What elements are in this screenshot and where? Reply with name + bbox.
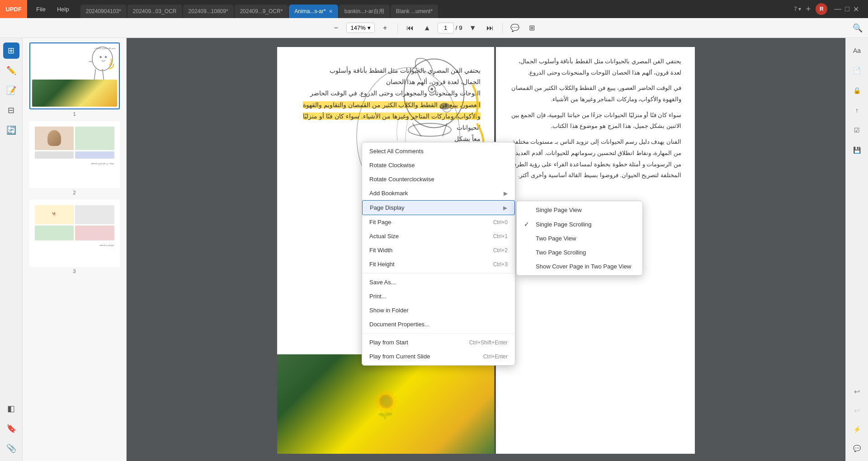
sidebar-layers-icon[interactable]: ◧ [3,400,19,417]
menu-play-from-current[interactable]: Play from Current Slide Ctrl+Enter [362,349,515,363]
page-display-arrow-icon: ▶ [503,205,507,211]
menu-rotate-clockwise[interactable]: Rotate Clockwise [362,158,515,172]
right-sidebar-icon-6[interactable]: 💾 [849,142,865,158]
actual-size-shortcut: Ctrl+1 [493,233,508,240]
sidebar-bookmark-icon[interactable]: 🔖 [3,420,19,437]
thumb-img-2: حيوانات من عالم الرسم المختلفة [29,121,120,188]
separator-1 [397,23,398,33]
svg-point-3 [99,56,102,58]
sidebar-convert-icon[interactable]: 🔄 [3,122,19,138]
next-page-button[interactable]: ▼ [466,21,480,35]
submenu-single-page-scrolling[interactable]: ✓ Single Page Scrolling [517,217,642,231]
right-sidebar-icon-4[interactable]: ↑ [849,102,865,118]
bookmark-arrow-icon: ▶ [504,190,508,197]
tab-1-label: 20240904103* [86,8,121,14]
thumb-img-3: 🐕 أنواع الرسم المختلفة [29,200,120,267]
page-total: 9 [459,24,462,31]
tab-4[interactable]: 202409...9_OCR* [235,5,288,18]
left-sidebar: ⊞ ✏️ 📝 ⊟ 🔄 ◧ 🔖 📎 [0,38,23,461]
menu-document-properties[interactable]: Document Properties... [362,317,515,331]
sidebar-comment-icon[interactable]: 📝 [3,82,19,99]
sidebar-attachment-icon[interactable]: 📎 [3,440,19,456]
menu-select-all-comments[interactable]: Select All Comments [362,144,515,158]
menu-add-bookmark[interactable]: Add Bookmark ▶ [362,186,515,200]
sidebar-organize-icon[interactable]: ⊟ [3,102,19,118]
right-sidebar-bottom-icon[interactable]: ⚡ [849,421,865,437]
page-display-submenu: Single Page View ✓ Single Page Scrolling… [516,201,643,276]
right-sidebar-chat-icon[interactable]: 💬 [849,440,865,456]
thumbnail-panel: يحتفي الفن المصري بالحيوانات 1 [23,38,127,461]
sidebar-edit-icon[interactable]: ✏️ [3,62,19,79]
zoom-dropdown-icon: ▾ [368,24,371,31]
submenu-show-cover-page[interactable]: Show Cover Page in Two Page View [517,259,642,273]
play-current-shortcut: Ctrl+Enter [483,353,508,360]
menu-play-from-start[interactable]: Play from Start Ctrl+Shift+Enter [362,335,515,349]
titlebar: UPDF File Help 20240904103* 202409...03_… [0,0,868,18]
search-button[interactable]: 🔍 [853,23,863,33]
menu-separator-2 [362,333,515,334]
tab-count[interactable]: 7 ▾ [794,6,801,12]
thumbnail-1[interactable]: يحتفي الفن المصري بالحيوانات 1 [26,42,123,117]
app-logo: UPDF [0,0,27,18]
tab-5-close[interactable]: ✕ [329,9,333,14]
menu-file[interactable]: File [32,4,50,14]
context-menu: Select All Comments Rotate Clockwise Rot… [362,142,515,366]
tab-1[interactable]: 20240904103* [80,5,127,18]
right-sidebar-icon-1[interactable]: Aa [849,42,865,59]
menu-fit-page[interactable]: Fit Page Ctrl+0 [362,215,515,229]
menu-rotate-counterclockwise[interactable]: Rotate Counterclockwise [362,172,515,186]
titlebar-actions: 7 ▾ + R — □ ✕ [789,3,868,15]
minimize-button[interactable]: — [834,5,841,13]
submenu-two-page-scrolling[interactable]: Two Page Scrolling [517,245,642,259]
tab-6[interactable]: bankin...r-ar自用 [339,5,390,18]
first-page-button[interactable]: ⏮ [403,21,417,35]
zoom-in-button[interactable]: + [378,21,392,35]
page-input[interactable] [438,23,454,33]
right-sidebar: Aa 📄 🔒 ↑ ☑ 💾 ↩ ↩ ⚡ 💬 [845,38,868,461]
thumbnail-3[interactable]: 🐕 أنواع الرسم المختلفة 3 [26,200,123,274]
svg-point-9 [439,103,450,109]
thumbnail-2[interactable]: حيوانات من عالم الرسم المختلفة 2 [26,121,123,195]
zoom-display[interactable]: 147% ▾ [346,23,374,33]
tab-2[interactable]: 202409...03_OCR [127,5,182,18]
menu-save-as[interactable]: Save As... [362,275,515,289]
right-sidebar-icon-2[interactable]: 📄 [849,62,865,79]
menu-fit-height[interactable]: Fit Height Ctrl+3 [362,257,515,271]
content-area: يحتفي الفن المصري بالحيوانات مثل القطط ب… [127,38,845,461]
tab-7-label: Blank ...ument* [396,8,433,14]
menu-help[interactable]: Help [52,4,74,14]
new-tab-button[interactable]: + [803,5,814,14]
close-button[interactable]: ✕ [853,5,859,14]
right-sidebar-icon-5[interactable]: ☑ [849,122,865,138]
tab-3[interactable]: 202409...10809* [183,5,234,18]
last-page-button[interactable]: ⏭ [483,21,497,35]
tab-4-label: 202409...9_OCR* [240,8,283,14]
menu-show-in-folder[interactable]: Show in Folder [362,303,515,317]
svg-point-6 [404,59,464,128]
zoom-out-button[interactable]: − [329,21,343,35]
fit-page-shortcut: Ctrl+0 [493,219,508,226]
sidebar-pages-icon[interactable]: ⊞ [3,42,19,59]
comment-button[interactable]: 💬 [508,21,522,35]
fit-height-shortcut: Ctrl+3 [493,261,508,268]
menu-print[interactable]: Print... [362,289,515,303]
submenu-single-page-view[interactable]: Single Page View [517,203,642,217]
pdf-text-right: يحتفي الفن المصري بالحيوانات مثل القطط ب… [496,47,695,204]
tab-5[interactable]: Anima...s-ar* ✕ [289,5,338,18]
right-sidebar-icon-3[interactable]: 🔒 [849,82,865,99]
play-start-shortcut: Ctrl+Shift+Enter [469,339,508,346]
thumb-label-3: 3 [73,268,75,274]
two-page-button[interactable]: ⊞ [525,21,539,35]
page-separator: / [456,24,458,31]
tab-6-label: bankin...r-ar自用 [344,8,384,15]
prev-page-button[interactable]: ▲ [420,21,434,35]
menu-fit-width[interactable]: Fit Width Ctrl+2 [362,243,515,257]
tab-7[interactable]: Blank ...ument* [391,5,438,18]
menu-actual-size[interactable]: Actual Size Ctrl+1 [362,229,515,243]
tab-2-label: 202409...03_OCR [133,8,177,14]
svg-point-0 [92,47,113,71]
submenu-two-page-view[interactable]: Two Page View [517,231,642,245]
maximize-button[interactable]: □ [845,5,849,13]
undo-icon: ↩ [849,383,865,400]
menu-page-display[interactable]: Page Display ▶ Single Page View ✓ Single… [362,200,515,215]
